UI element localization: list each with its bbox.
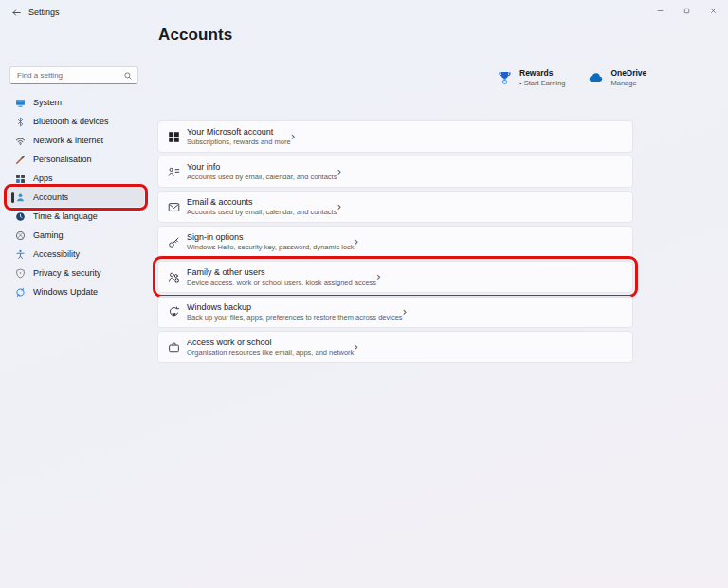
- chevron-right-icon: ›: [337, 201, 341, 212]
- monitor-icon: [15, 98, 26, 108]
- sidebar-item-label: Time & language: [33, 211, 98, 221]
- sidebar-nav: SystemBluetooth & devicesNetwork & inter…: [0, 93, 152, 302]
- card-windows-backup[interactable]: Windows backupBack up your files, apps, …: [157, 296, 633, 328]
- sidebar-item-label: System: [33, 98, 62, 107]
- chevron-right-icon: ›: [355, 236, 359, 248]
- card-text: Windows backupBack up your files, apps, …: [187, 303, 403, 322]
- rewards-text: Rewards• Start Earning: [519, 68, 565, 89]
- window-title: Settings: [28, 8, 60, 17]
- contact-card-icon: [168, 166, 180, 178]
- card-subtitle: Device access, work or school users, kio…: [187, 278, 376, 287]
- wifi-icon: [15, 136, 26, 146]
- backup-icon: [168, 306, 180, 319]
- rewards-link[interactable]: Rewards• Start Earning: [497, 68, 565, 89]
- card-title: Email & accounts: [187, 197, 337, 208]
- header-links: Rewards• Start EarningOneDriveManage: [497, 68, 646, 89]
- sidebar-item-label: Network & internet: [33, 136, 103, 145]
- briefcase-icon: [168, 341, 180, 354]
- chevron-right-icon: ›: [337, 166, 341, 177]
- card-text: Family & other usersDevice access, work …: [187, 267, 376, 287]
- people-add-icon: [168, 271, 180, 284]
- card-your-microsoft-account[interactable]: Your Microsoft accountSubscriptions, rew…: [157, 120, 633, 153]
- card-subtitle: Windows Hello, security key, password, d…: [187, 243, 355, 252]
- apps-grid-icon: [15, 174, 26, 184]
- chevron-right-icon: ›: [403, 306, 408, 318]
- close-icon: [709, 7, 718, 15]
- chevron-right-icon: ›: [354, 341, 358, 353]
- person-icon: [15, 193, 26, 203]
- quick-link-title: OneDrive: [610, 68, 646, 79]
- update-icon: [15, 287, 26, 298]
- sidebar-item-label: Bluetooth & devices: [33, 117, 109, 126]
- close-button[interactable]: [700, 0, 726, 21]
- xbox-icon: [15, 230, 26, 241]
- sidebar-item-gaming[interactable]: Gaming: [8, 226, 144, 245]
- sidebar-item-accounts[interactable]: Accounts: [8, 188, 144, 207]
- quick-link-subtitle: • Start Earning: [519, 79, 565, 89]
- sidebar-item-windows-update[interactable]: Windows Update: [8, 283, 144, 302]
- sidebar-item-time-language[interactable]: Time & language: [8, 207, 144, 226]
- card-family-other-users[interactable]: Family & other usersDevice access, work …: [157, 261, 633, 293]
- cloud-icon: [588, 70, 604, 86]
- quick-link-title: Rewards: [519, 68, 565, 79]
- sidebar-item-accessibility[interactable]: Accessibility: [8, 245, 144, 264]
- card-title: Your info: [187, 162, 337, 173]
- card-subtitle: Accounts used by email, calendar, and co…: [187, 208, 337, 217]
- page-title: Accounts: [158, 26, 232, 45]
- trophy-icon: [497, 70, 513, 86]
- sidebar-item-label: Personalisation: [33, 155, 92, 164]
- card-title: Your Microsoft account: [187, 127, 291, 138]
- maximize-button[interactable]: [673, 0, 700, 21]
- card-subtitle: Organisation resources like email, apps,…: [187, 348, 354, 358]
- sidebar-item-label: Apps: [33, 174, 53, 183]
- sidebar-item-label: Privacy & security: [33, 268, 101, 278]
- sidebar-item-label: Gaming: [33, 230, 64, 240]
- window-controls: [646, 0, 726, 21]
- card-title: Windows backup: [187, 303, 403, 313]
- minimize-button[interactable]: [646, 0, 673, 21]
- card-email-accounts[interactable]: Email & accountsAccounts used by email, …: [157, 191, 633, 223]
- card-title: Access work or school: [187, 338, 354, 348]
- card-text: Access work or schoolOrganisation resour…: [187, 338, 354, 358]
- sidebar-item-label: Accessibility: [33, 249, 80, 259]
- chevron-right-icon: ›: [376, 271, 381, 283]
- sidebar-item-system[interactable]: System: [8, 93, 144, 112]
- microsoft-logo-icon: [168, 131, 180, 143]
- search-icon: [123, 71, 133, 81]
- search-box: [9, 66, 138, 84]
- onedrive-link[interactable]: OneDriveManage: [588, 68, 646, 89]
- bluetooth-icon: [15, 117, 26, 127]
- card-text: Sign-in optionsWindows Hello, security k…: [187, 232, 355, 252]
- accessibility-icon: [15, 249, 26, 260]
- search-input[interactable]: [17, 71, 123, 80]
- key-icon: [168, 236, 180, 248]
- selected-indicator: [11, 192, 14, 203]
- card-sign-in-options[interactable]: Sign-in optionsWindows Hello, security k…: [157, 226, 633, 258]
- arrow-left-icon: [11, 8, 22, 18]
- maximize-icon: [682, 7, 691, 15]
- sidebar-item-personalisation[interactable]: Personalisation: [8, 150, 144, 169]
- card-text: Your Microsoft accountSubscriptions, rew…: [187, 127, 291, 147]
- chevron-right-icon: ›: [291, 131, 296, 142]
- card-title: Sign-in options: [187, 232, 355, 243]
- mail-icon: [168, 201, 180, 213]
- sidebar-item-label: Accounts: [33, 193, 68, 202]
- onedrive-text: OneDriveManage: [610, 68, 646, 89]
- sidebar-item-network-internet[interactable]: Network & internet: [8, 131, 144, 150]
- clock-icon: [15, 211, 26, 222]
- sidebar-item-privacy-security[interactable]: Privacy & security: [8, 264, 144, 283]
- shield-icon: [15, 268, 26, 279]
- card-access-work-or-school[interactable]: Access work or schoolOrganisation resour…: [157, 331, 633, 363]
- settings-cards: Your Microsoft accountSubscriptions, rew…: [157, 120, 633, 363]
- brush-icon: [15, 155, 26, 165]
- back-button[interactable]: [8, 5, 25, 20]
- sidebar-item-bluetooth-devices[interactable]: Bluetooth & devices: [8, 112, 144, 131]
- card-subtitle: Back up your files, apps, preferences to…: [187, 313, 403, 322]
- quick-link-subtitle: Manage: [610, 79, 646, 89]
- minimize-icon: [656, 7, 664, 15]
- card-text: Email & accountsAccounts used by email, …: [187, 197, 337, 217]
- card-title: Family & other users: [187, 267, 376, 278]
- sidebar-item-apps[interactable]: Apps: [8, 169, 144, 188]
- sidebar-item-label: Windows Update: [33, 287, 98, 297]
- card-your-info[interactable]: Your infoAccounts used by email, calenda…: [157, 156, 633, 188]
